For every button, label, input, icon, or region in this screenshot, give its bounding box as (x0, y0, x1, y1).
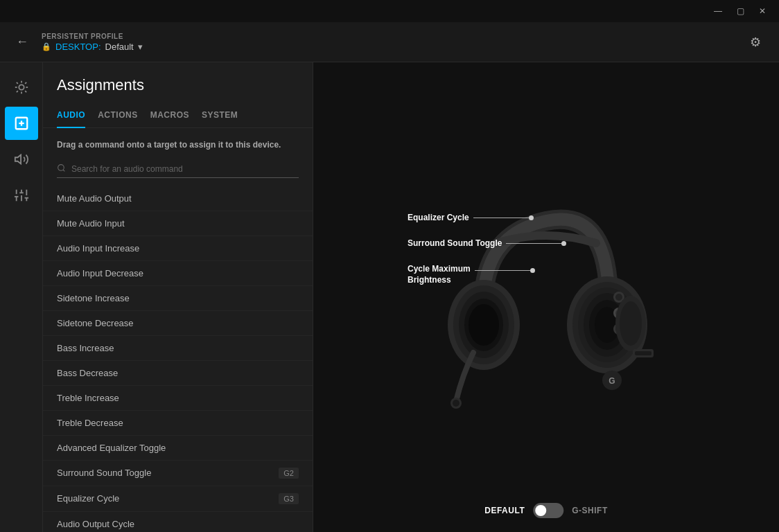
svg-text:G: G (609, 376, 615, 386)
list-item[interactable]: Bass Increase (43, 336, 313, 361)
label-equalizer-cycle: Equalizer Cycle (408, 213, 534, 222)
search-box[interactable] (57, 161, 299, 178)
profile-info: PERSISTENT PROFILE 🔒 DESKTOP: Default ▾ (42, 33, 743, 52)
gshift-label: G-SHIFT (572, 506, 608, 515)
list-item[interactable]: Sidetone Decrease (43, 311, 313, 336)
search-input[interactable] (71, 164, 299, 174)
close-button[interactable]: ✕ (751, 0, 773, 22)
search-icon (57, 163, 66, 175)
command-name: Sidetone Decrease (57, 318, 134, 328)
list-item[interactable]: Advanced Equalizer Toggle (43, 436, 313, 461)
tab-audio[interactable]: AUDIO (57, 106, 85, 128)
command-name: Bass Increase (57, 343, 114, 353)
command-name: Advanced Equalizer Toggle (57, 443, 166, 453)
headset-container: G Equalizer Cycle (401, 152, 692, 443)
chevron-down-icon[interactable]: ▾ (138, 42, 143, 52)
tabs-container: AUDIO ACTIONS MACROS SYSTEM (43, 105, 313, 128)
bottom-toggle-bar: DEFAULT G-SHIFT (484, 503, 607, 518)
command-name: Mute Audio Output (57, 193, 132, 204)
svg-line-5 (16, 82, 17, 84)
app-header: ← PERSISTENT PROFILE 🔒 DESKTOP: Default … (0, 22, 779, 62)
tab-actions[interactable]: ACTIONS (98, 106, 138, 128)
tab-system[interactable]: SYSTEM (202, 106, 238, 128)
assignments-title: Assignments (43, 76, 313, 94)
sidebar-item-assignments[interactable] (5, 107, 38, 140)
list-item[interactable]: Equalizer Cycle G3 (43, 486, 313, 512)
svg-point-22 (58, 164, 64, 170)
svg-line-7 (16, 91, 17, 92)
svg-point-28 (469, 304, 499, 346)
svg-rect-48 (635, 351, 651, 355)
list-item[interactable]: Audio Output Cycle (43, 512, 313, 532)
command-name: Sidetone Increase (57, 293, 130, 303)
default-label: DEFAULT (484, 506, 525, 515)
svg-line-8 (25, 82, 26, 84)
sidebar-item-lighting[interactable] (5, 71, 38, 104)
svg-marker-12 (15, 155, 20, 164)
title-bar: — ▢ ✕ (0, 0, 779, 22)
profile-label: PERSISTENT PROFILE (42, 33, 743, 40)
command-list: Mute Audio Output Mute Audio Input Audio… (43, 186, 313, 532)
maximize-button[interactable]: ▢ (729, 0, 751, 22)
minimize-button[interactable]: — (707, 0, 729, 22)
command-name: Bass Decrease (57, 368, 118, 378)
profile-name-row: 🔒 DESKTOP: Default ▾ (42, 42, 743, 52)
command-name: Mute Audio Input (57, 218, 125, 229)
label-surround-sound-toggle: Surround Sound Toggle (408, 238, 566, 248)
sidebar (0, 62, 43, 532)
list-item[interactable]: Sidetone Increase (43, 286, 313, 311)
svg-point-0 (19, 85, 24, 89)
instructions-text: Drag a command onto a target to assign i… (43, 139, 313, 151)
list-item[interactable]: Bass Decrease (43, 361, 313, 386)
command-name: Treble Increase (57, 393, 119, 403)
list-item[interactable]: Treble Increase (43, 386, 313, 411)
content-area: G Equalizer Cycle (313, 62, 779, 532)
svg-point-42 (620, 301, 642, 346)
command-name: Audio Input Increase (57, 243, 139, 254)
default-gshift-toggle[interactable] (533, 503, 563, 518)
sidebar-item-audio[interactable] (5, 143, 38, 176)
list-item[interactable]: Audio Input Decrease (43, 261, 313, 286)
list-item[interactable]: Treble Decrease (43, 411, 313, 436)
toggle-knob (535, 505, 546, 516)
profile-default-text: Default (105, 42, 134, 52)
lock-icon: 🔒 (42, 42, 51, 51)
command-name: Equalizer Cycle (57, 493, 119, 504)
list-item[interactable]: Mute Audio Output (43, 186, 313, 211)
desktop-label: DESKTOP: (55, 42, 101, 52)
list-item[interactable]: Surround Sound Toggle G2 (43, 461, 313, 486)
headset-image: G (414, 166, 678, 429)
list-item[interactable]: Mute Audio Input (43, 211, 313, 236)
command-name: Treble Decrease (57, 418, 123, 428)
settings-button[interactable]: ⚙ (743, 30, 768, 55)
list-item[interactable]: Audio Input Increase (43, 236, 313, 261)
command-name: Surround Sound Toggle (57, 468, 151, 478)
svg-line-6 (25, 91, 26, 92)
command-badge-g2: G2 (279, 468, 299, 479)
sidebar-item-equalizer[interactable] (5, 179, 38, 212)
back-button[interactable]: ← (11, 31, 33, 53)
assignments-panel: Assignments AUDIO ACTIONS MACROS SYSTEM … (43, 62, 313, 532)
svg-line-23 (63, 170, 64, 171)
command-name: Audio Output Cycle (57, 519, 134, 529)
command-name: Audio Input Decrease (57, 268, 143, 278)
command-badge-g3: G3 (279, 493, 299, 504)
svg-point-36 (615, 294, 622, 301)
main-panel: Assignments AUDIO ACTIONS MACROS SYSTEM … (43, 62, 779, 532)
svg-point-46 (453, 400, 459, 407)
label-cycle-maximum-brightness: Cycle MaximumBrightness (408, 264, 535, 285)
tab-macros[interactable]: MACROS (150, 106, 189, 128)
